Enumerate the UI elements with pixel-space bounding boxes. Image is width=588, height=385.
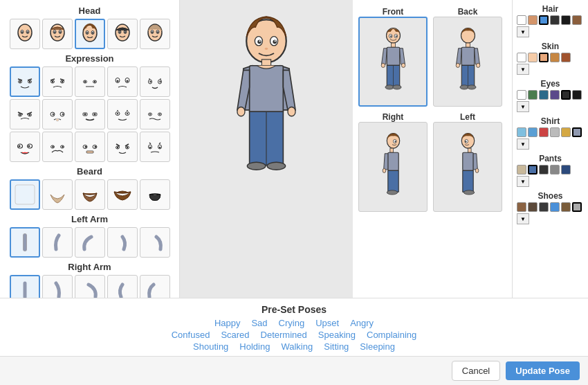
expr-item-2[interactable] bbox=[42, 66, 73, 97]
expr-item-4[interactable] bbox=[107, 66, 138, 97]
skin-swatch-2[interactable] bbox=[528, 53, 538, 62]
skin-swatch-1[interactable] bbox=[517, 53, 526, 62]
rarm-item-4[interactable] bbox=[107, 275, 138, 298]
pose-sleeping[interactable]: Sleeping bbox=[360, 341, 395, 352]
skin-swatch-4[interactable] bbox=[550, 53, 560, 62]
expr-item-13[interactable] bbox=[75, 132, 105, 162]
right-view[interactable] bbox=[358, 122, 428, 212]
eyes-swatch-5[interactable] bbox=[561, 90, 571, 100]
shirt-swatch-1[interactable] bbox=[517, 127, 526, 137]
expr-item-10[interactable] bbox=[140, 99, 170, 129]
shirt-color-dropdown[interactable]: ▼ bbox=[517, 138, 529, 150]
hair-color-swatch-dark[interactable] bbox=[550, 15, 560, 25]
beard-item-3[interactable] bbox=[75, 179, 105, 210]
pose-scared[interactable]: Scared bbox=[221, 330, 249, 340]
pose-sitting[interactable]: Sitting bbox=[324, 341, 349, 352]
eyes-swatch-1[interactable] bbox=[517, 90, 526, 100]
expr-item-5[interactable] bbox=[140, 66, 170, 97]
hair-color-swatch-tan[interactable] bbox=[528, 15, 538, 25]
beard-item-4[interactable] bbox=[107, 179, 138, 210]
rarm-item-1[interactable] bbox=[10, 275, 40, 298]
update-pose-button[interactable]: Update Pose bbox=[506, 361, 580, 380]
head-item-5[interactable] bbox=[140, 19, 170, 49]
shoes-color-dropdown[interactable]: ▼ bbox=[517, 213, 529, 224]
pose-confused[interactable]: Confused bbox=[172, 330, 210, 340]
pose-holding[interactable]: Holding bbox=[239, 341, 270, 352]
pose-crying[interactable]: Crying bbox=[279, 318, 305, 328]
shoes-swatch-4[interactable] bbox=[550, 202, 560, 212]
svg-point-63 bbox=[62, 114, 64, 116]
larm-item-3[interactable] bbox=[75, 227, 105, 258]
shoes-swatch-2[interactable] bbox=[528, 202, 538, 212]
pose-sad[interactable]: Sad bbox=[251, 318, 267, 328]
larm-item-4[interactable] bbox=[107, 227, 138, 258]
expr-item-15[interactable] bbox=[140, 132, 170, 162]
head-section-title: Head bbox=[4, 6, 175, 16]
larm-item-2[interactable] bbox=[42, 227, 73, 258]
eyes-swatch-6[interactable] bbox=[572, 90, 582, 100]
head-item-3[interactable] bbox=[75, 19, 105, 49]
pants-color-dropdown[interactable]: ▼ bbox=[517, 176, 529, 187]
beard-item-5[interactable] bbox=[140, 179, 170, 210]
head-item-4[interactable] bbox=[107, 19, 138, 49]
pose-walking[interactable]: Walking bbox=[281, 341, 313, 352]
hair-color-swatch-white[interactable] bbox=[517, 15, 526, 25]
hair-color-swatch-blue[interactable] bbox=[539, 15, 549, 25]
pose-upset[interactable]: Upset bbox=[315, 318, 339, 328]
beard-item-2[interactable] bbox=[42, 179, 73, 210]
expr-item-7[interactable] bbox=[42, 99, 73, 129]
expr-item-1[interactable] bbox=[10, 66, 40, 97]
skin-swatch-3[interactable] bbox=[539, 53, 549, 62]
pose-complaining[interactable]: Complaining bbox=[367, 330, 416, 340]
expr-item-12[interactable] bbox=[42, 132, 73, 162]
pants-swatch-5[interactable] bbox=[561, 165, 571, 174]
hair-color-swatch-black[interactable] bbox=[561, 15, 571, 25]
shoes-color-row: ▼ bbox=[517, 202, 584, 224]
larm-item-1[interactable] bbox=[10, 227, 40, 258]
pose-happy[interactable]: Happy bbox=[214, 318, 241, 328]
left-view[interactable] bbox=[433, 122, 502, 212]
skin-color-dropdown[interactable]: ▼ bbox=[517, 64, 529, 75]
eyes-swatch-4[interactable] bbox=[550, 90, 560, 100]
skin-swatch-5[interactable] bbox=[561, 53, 571, 62]
rarm-item-3[interactable] bbox=[75, 275, 105, 298]
shirt-swatch-4[interactable] bbox=[550, 127, 560, 137]
rarm-item-5[interactable] bbox=[140, 275, 170, 298]
pants-swatch-2[interactable] bbox=[528, 165, 538, 174]
eyes-color-dropdown[interactable]: ▼ bbox=[517, 101, 529, 112]
shoes-swatch-1[interactable] bbox=[517, 202, 526, 212]
eyes-swatch-3[interactable] bbox=[539, 90, 549, 100]
expr-item-14[interactable] bbox=[107, 132, 138, 162]
shoes-swatch-6[interactable] bbox=[572, 202, 582, 212]
front-view[interactable] bbox=[358, 17, 428, 107]
shirt-swatch-6[interactable] bbox=[572, 127, 582, 137]
shirt-swatch-2[interactable] bbox=[528, 127, 538, 137]
pants-swatch-4[interactable] bbox=[550, 165, 560, 174]
shoes-swatch-5[interactable] bbox=[561, 202, 571, 212]
pose-speaking[interactable]: Speaking bbox=[318, 330, 356, 340]
expr-item-6[interactable] bbox=[10, 99, 40, 129]
larm-item-5[interactable] bbox=[140, 227, 170, 258]
pose-shouting[interactable]: Shouting bbox=[193, 341, 228, 352]
shirt-swatch-5[interactable] bbox=[561, 127, 571, 137]
hair-color-swatch-brown[interactable] bbox=[572, 15, 582, 25]
head-item-1[interactable] bbox=[10, 19, 40, 49]
cancel-button[interactable]: Cancel bbox=[452, 361, 500, 381]
shirt-swatch-3[interactable] bbox=[539, 127, 549, 137]
shoes-swatch-3[interactable] bbox=[539, 202, 549, 212]
pose-angry[interactable]: Angry bbox=[350, 318, 374, 328]
hair-color-dropdown[interactable]: ▼ bbox=[517, 26, 529, 37]
pants-swatch-3[interactable] bbox=[539, 165, 549, 174]
pose-determined[interactable]: Determined bbox=[261, 330, 307, 340]
expr-item-11[interactable] bbox=[10, 132, 40, 162]
beard-item-1[interactable] bbox=[10, 179, 40, 210]
eyes-swatch-2[interactable] bbox=[528, 90, 538, 100]
expr-item-9[interactable] bbox=[107, 99, 138, 129]
back-view[interactable] bbox=[433, 17, 502, 107]
expr-item-3[interactable] bbox=[75, 66, 105, 97]
svg-rect-155 bbox=[387, 170, 398, 192]
expr-item-8[interactable] bbox=[75, 99, 105, 129]
pants-swatch-1[interactable] bbox=[517, 165, 526, 174]
head-item-2[interactable] bbox=[42, 19, 73, 49]
rarm-item-2[interactable] bbox=[42, 275, 73, 298]
